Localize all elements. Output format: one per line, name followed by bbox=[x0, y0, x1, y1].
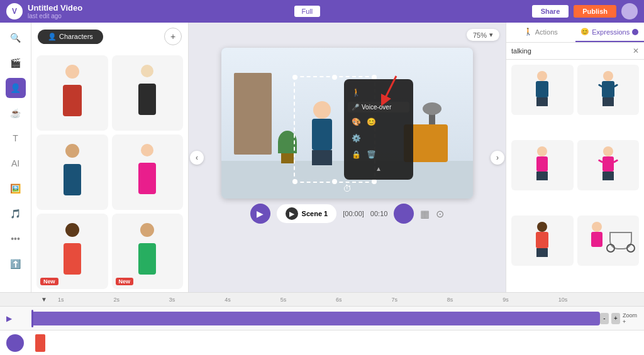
add-character-button[interactable]: + bbox=[164, 28, 182, 45]
zoom-value: 75% bbox=[473, 31, 487, 39]
right-panel-tabs: 🚶 Actions 😊 Expressions bbox=[506, 23, 644, 43]
char-body bbox=[138, 243, 156, 275]
sidebar-icon-media[interactable]: 🖼️ bbox=[6, 178, 26, 199]
context-menu-row-collapse[interactable]: ▲ bbox=[344, 163, 413, 175]
action-item-6[interactable] bbox=[577, 216, 640, 266]
char-head bbox=[65, 65, 79, 79]
mini-character bbox=[596, 71, 621, 109]
action-item-5[interactable] bbox=[511, 216, 574, 266]
publish-button[interactable]: Publish bbox=[574, 5, 616, 18]
mini-head bbox=[537, 222, 547, 232]
mini-body bbox=[536, 81, 548, 97]
bottom-bar bbox=[0, 330, 644, 355]
character-item-blue-jeans[interactable] bbox=[36, 134, 108, 210]
zoom-label: Zoom + bbox=[623, 312, 638, 325]
bottom-avatar[interactable] bbox=[6, 334, 24, 352]
mini-head bbox=[537, 146, 547, 156]
actions-icon: 🚶 bbox=[350, 87, 362, 98]
ruler-mark-1s: 1s bbox=[57, 297, 112, 303]
action-item-1[interactable] bbox=[511, 65, 574, 115]
scene-avatar[interactable] bbox=[394, 204, 414, 224]
sidebar-icon-props[interactable]: ☕ bbox=[6, 103, 26, 123]
ruler-mark-5s: 5s bbox=[279, 297, 335, 303]
project-title: Untitled Video bbox=[28, 3, 82, 13]
char-body bbox=[138, 163, 156, 194]
canvas-area: 75% ▾ ‹ › bbox=[189, 23, 506, 292]
mini-head bbox=[592, 222, 602, 232]
sidebar-icon-more[interactable]: ••• bbox=[6, 229, 26, 249]
search-input[interactable] bbox=[511, 47, 630, 55]
character-item-red-jacket[interactable] bbox=[36, 55, 108, 131]
action-item-2[interactable] bbox=[577, 65, 640, 115]
sidebar-icon-text[interactable]: T bbox=[6, 128, 26, 148]
timeline-track[interactable] bbox=[31, 312, 600, 325]
search-clear-button[interactable]: ✕ bbox=[633, 46, 639, 55]
full-tab[interactable]: Full bbox=[294, 6, 321, 17]
zoom-in-button[interactable]: + bbox=[611, 313, 620, 324]
sidebar-icon-upload[interactable]: ⬆️ bbox=[6, 254, 26, 274]
voice-over-row[interactable]: 🎤 Voice-over bbox=[348, 102, 409, 112]
character-figure bbox=[128, 144, 166, 200]
context-menu-row-paint[interactable]: 🎨 😊 bbox=[344, 114, 413, 130]
scene-bottom-icon[interactable]: ⏱ bbox=[343, 183, 352, 194]
tab-actions[interactable]: 🚶 Actions bbox=[506, 23, 575, 42]
tab-expressions[interactable]: 😊 Expressions bbox=[575, 23, 645, 42]
mini-character bbox=[530, 71, 555, 109]
scene-character[interactable] bbox=[303, 101, 341, 164]
action-item-4[interactable] bbox=[577, 140, 640, 190]
mini-body bbox=[536, 156, 548, 172]
mini-head bbox=[603, 146, 613, 156]
action-item-3[interactable] bbox=[511, 140, 574, 190]
canvas-nav-right-button[interactable]: › bbox=[491, 151, 504, 165]
character-figure bbox=[53, 65, 91, 121]
lamp-shade bbox=[423, 102, 441, 115]
project-info: Untitled Video last edit ago bbox=[28, 3, 82, 19]
right-panel: 🚶 Actions 😊 Expressions ✕ bbox=[506, 23, 644, 292]
characters-tab-button[interactable]: 👤 Characters bbox=[38, 30, 103, 44]
character-figure bbox=[128, 65, 166, 121]
wheelchair bbox=[609, 232, 632, 249]
mini-legs bbox=[602, 97, 614, 106]
zoom-selector[interactable]: 75% ▾ bbox=[467, 29, 499, 41]
user-avatar[interactable] bbox=[621, 3, 638, 19]
strip-character[interactable] bbox=[35, 334, 45, 352]
paint-icon: 🎨 bbox=[350, 116, 362, 128]
character-item-yellow-hat[interactable]: New bbox=[36, 214, 108, 289]
scene-bookshelf bbox=[234, 73, 272, 155]
char-body bbox=[138, 84, 156, 115]
scene-grid-icon[interactable]: ▦ bbox=[420, 208, 430, 220]
mini-body bbox=[602, 156, 614, 172]
character-item-pink-shirt[interactable] bbox=[112, 134, 184, 210]
time-start: [00:00] bbox=[343, 210, 364, 217]
context-menu-row-settings[interactable]: ⚙️ bbox=[344, 130, 413, 146]
context-menu-row-lock[interactable]: 🔒 🗑️ bbox=[344, 146, 413, 163]
sidebar-icon-ai[interactable]: AI bbox=[6, 153, 26, 173]
char-head bbox=[65, 144, 79, 158]
canvas-nav-left-button[interactable]: ‹ bbox=[190, 151, 204, 165]
character-item-black-suit[interactable] bbox=[112, 55, 184, 131]
app-logo[interactable]: V bbox=[6, 3, 23, 19]
top-bar: V Untitled Video last edit ago Full Shar… bbox=[0, 0, 644, 23]
ruler-mark-2s: 2s bbox=[112, 297, 167, 303]
voiceover-label: Voice-over bbox=[362, 104, 391, 111]
new-badge: New bbox=[116, 278, 134, 285]
scene-label-button[interactable]: ▶ Scene 1 bbox=[277, 204, 337, 223]
main-play-button[interactable]: ▶ bbox=[250, 204, 270, 224]
zoom-out-button[interactable]: - bbox=[600, 313, 609, 324]
top-bar-right: Share Publish bbox=[532, 3, 638, 19]
scene-settings-icon[interactable]: ⊙ bbox=[436, 208, 444, 220]
sidebar-icon-scenes[interactable]: 🎬 bbox=[6, 53, 26, 73]
character-item-chef[interactable]: New bbox=[112, 214, 184, 289]
canvas-bottom-controls: ▶ ▶ Scene 1 [00:00] 00:10 ▦ ⊙ bbox=[221, 204, 473, 224]
sidebar-icon-audio[interactable]: 🎵 bbox=[6, 204, 26, 224]
lock-icon: 🔒 bbox=[350, 149, 362, 160]
sidebar-icon-search[interactable]: 🔍 bbox=[6, 28, 26, 48]
share-button[interactable]: Share bbox=[532, 5, 569, 18]
logo-text: V bbox=[12, 7, 17, 16]
timeline-expand-icon[interactable]: ▶ bbox=[6, 314, 12, 323]
sidebar-icon-characters[interactable]: 👤 bbox=[6, 78, 26, 98]
expressions-tab-icon: 😊 bbox=[580, 28, 589, 36]
character-figure bbox=[53, 223, 91, 280]
new-badge: New bbox=[40, 278, 58, 285]
context-menu-row-actions[interactable]: 🚶 bbox=[344, 84, 413, 101]
